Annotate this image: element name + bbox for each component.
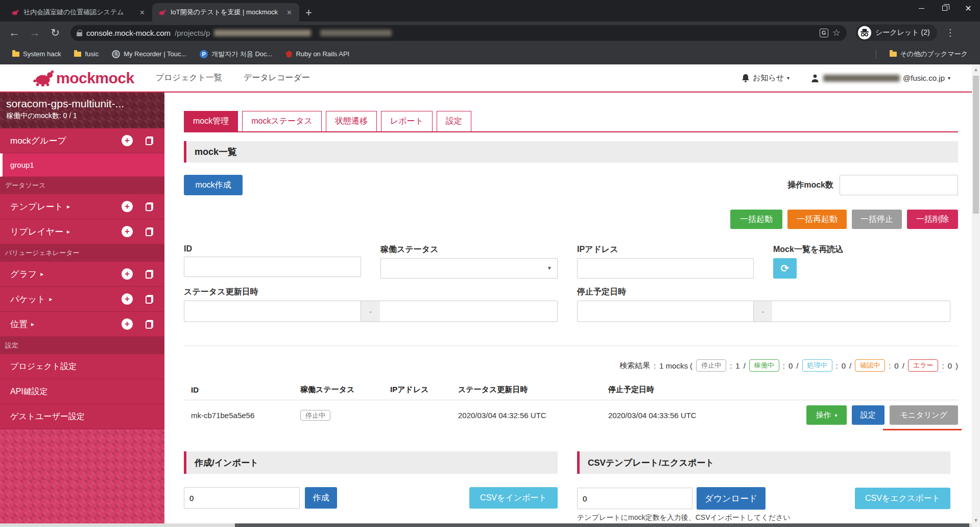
copy-icon[interactable] [146, 227, 153, 236]
batch-stop-button[interactable]: 一括停止 [852, 210, 902, 229]
sidebar-item-group1[interactable]: group1 [0, 153, 164, 177]
filter-id-input[interactable] [184, 257, 361, 277]
incognito-badge[interactable]: シークレット (2) [856, 25, 937, 41]
add-icon[interactable]: + [122, 226, 133, 237]
maximize-button[interactable] [933, 0, 957, 16]
csv-export-button[interactable]: CSVをエクスポート [855, 488, 950, 509]
reload-mock-list-button[interactable]: ⟳ [773, 258, 797, 279]
copy-icon[interactable] [146, 136, 153, 145]
sidebar-item-location[interactable]: 位置 ▸ + [0, 312, 164, 337]
vertical-scrollbar[interactable]: ▲ ▼ [972, 64, 980, 527]
nav-data-recorder[interactable]: データレコーダー [244, 73, 310, 83]
status-updated-from-input[interactable] [184, 301, 361, 322]
sidebar-item-template[interactable]: テンプレート ▸ + [0, 194, 164, 219]
vertical-scrollbar-thumb[interactable] [973, 76, 979, 214]
batch-start-button[interactable]: 一括起動 [730, 210, 782, 229]
row-status-badge: 停止中 [300, 410, 330, 421]
status-updated-to-input[interactable] [380, 301, 558, 322]
csv-import-button[interactable]: CSVをインポート [469, 487, 558, 509]
tab-mock-status[interactable]: mockステータス [242, 111, 322, 131]
create-mock-button[interactable]: mock作成 [184, 175, 243, 195]
filter-ip-input[interactable] [577, 258, 754, 279]
tab-title: IoT開発のテストを支援 | mockmock [171, 8, 280, 17]
add-icon[interactable]: + [122, 201, 133, 212]
bookmark-my-recorder[interactable]: My Recorder | Touc... [112, 50, 186, 58]
folder-icon [74, 52, 81, 57]
tab-settings[interactable]: 設定 [437, 111, 471, 131]
row-operate-button[interactable]: 操作▾ [806, 405, 847, 425]
add-icon[interactable]: + [122, 268, 133, 280]
tab-mock-management[interactable]: mock管理 [184, 111, 238, 131]
template-count-input[interactable] [577, 488, 692, 509]
create-count-input[interactable] [184, 487, 300, 509]
tab-close-icon[interactable]: ✕ [284, 9, 294, 16]
bookmark-folder-system-hack[interactable]: System hack [12, 50, 61, 58]
stop-scheduled-range: - [577, 301, 950, 322]
mockmock-logo-icon [33, 70, 54, 86]
copy-icon[interactable] [146, 295, 153, 304]
notice-menu[interactable]: お知らせ ▾ [742, 73, 790, 83]
filter-stop-scheduled-label: 停止予定日時 [577, 287, 950, 297]
bookmark-folder-fusic[interactable]: fusic [74, 50, 99, 58]
copy-icon[interactable] [146, 270, 153, 279]
minimize-button[interactable] [910, 0, 933, 16]
other-bookmarks[interactable]: その他のブックマーク [890, 50, 968, 59]
copy-icon[interactable] [146, 202, 153, 211]
range-separator: - [361, 301, 380, 322]
mockmock-logo[interactable]: mockmock [33, 70, 134, 87]
stop-scheduled-to-input[interactable] [772, 301, 950, 322]
operate-mock-count-input[interactable] [840, 175, 958, 195]
col-id: ID [191, 385, 300, 394]
sidebar-item-replayer[interactable]: リプレイヤー ▸ + [0, 219, 164, 244]
batch-delete-button[interactable]: 一括削除 [907, 210, 958, 229]
download-button[interactable]: ダウンロード [697, 487, 766, 510]
sidebar-item-api-key-settings[interactable]: API鍵設定 [0, 379, 164, 404]
horizontal-scrollbar-thumb[interactable] [235, 523, 969, 527]
tab-report[interactable]: レポート [381, 111, 433, 131]
mockmock-favicon [158, 9, 166, 15]
row-monitoring-button[interactable]: モニタリング [890, 405, 958, 425]
tab-close-icon[interactable]: ✕ [137, 9, 147, 16]
add-icon[interactable]: + [122, 293, 133, 305]
copy-icon[interactable] [146, 320, 153, 329]
browser-tab-1[interactable]: 社内会議室鍵の位置確認システム ✕ [5, 3, 152, 21]
sidebar-item-graph[interactable]: グラフ ▸ + [0, 262, 164, 287]
bookmark-developer-doc[interactable]: P개발자가 처음 Doc... [200, 50, 272, 59]
new-tab-button[interactable]: + [305, 7, 312, 18]
add-icon[interactable]: + [122, 135, 133, 146]
address-bar[interactable]: console.mock-mock.com/projects/p G ☆ [70, 25, 847, 41]
sidebar-item-packet[interactable]: パケット ▸ + [0, 287, 164, 312]
close-button[interactable]: ✕ [957, 0, 980, 16]
row-settings-button[interactable]: 設定 [852, 405, 885, 425]
mock-table-header: ID 稼働ステータス IPアドレス ステータス更新日時 停止予定日時 [184, 385, 958, 400]
scroll-up-icon[interactable]: ▲ [972, 67, 980, 72]
chevron-down-icon: ▾ [948, 75, 950, 81]
bookmark-star-icon[interactable]: ☆ [832, 27, 841, 38]
col-status: 稼働ステータス [300, 385, 390, 395]
create-button[interactable]: 作成 [305, 487, 337, 509]
translate-icon[interactable]: G [820, 29, 828, 37]
forward-icon[interactable]: → [27, 27, 43, 39]
add-icon[interactable]: + [122, 318, 133, 330]
minimize-icon [919, 8, 924, 9]
browser-menu-icon[interactable]: ⋮ [945, 27, 955, 38]
scroll-down-icon[interactable]: ▼ [972, 518, 980, 523]
sidebar-item-project-settings[interactable]: プロジェクト設定 [0, 354, 164, 379]
range-separator: - [754, 301, 772, 322]
status-badge-stopped: 停止中 [696, 359, 726, 372]
back-icon[interactable]: ← [6, 27, 22, 39]
stop-scheduled-from-input[interactable] [577, 301, 754, 322]
batch-restart-button[interactable]: 一括再起動 [787, 210, 847, 229]
notice-label: お知らせ [753, 73, 784, 83]
user-menu[interactable]: @fusic.co.jp ▾ [811, 74, 950, 83]
filter-status-select[interactable]: ▼ [380, 258, 558, 279]
bookmark-ruby-on-rails[interactable]: Ruby on Rails API [285, 50, 349, 58]
nav-project-list[interactable]: プロジェクト一覧 [156, 73, 222, 83]
sidebar-item-guest-user-settings[interactable]: ゲストユーザー設定 [0, 404, 164, 429]
status-badge-error: エラー [908, 359, 939, 372]
reload-icon[interactable]: ↻ [47, 27, 63, 39]
horizontal-scrollbar[interactable] [0, 523, 972, 527]
browser-tab-2-active[interactable]: IoT開発のテストを支援 | mockmock ✕ [152, 3, 299, 21]
tab-state-transition[interactable]: 状態遷移 [326, 111, 377, 131]
sidebar-item-mock-group[interactable]: mockグループ + [0, 128, 164, 153]
